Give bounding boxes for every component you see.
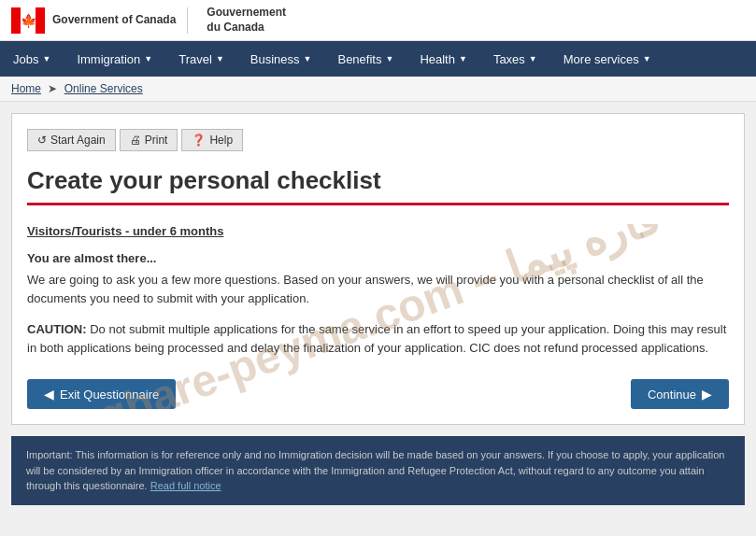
gov-name: Government of Canada: [52, 12, 176, 28]
more-services-chevron-icon: ▼: [643, 54, 651, 63]
nav-jobs[interactable]: Jobs ▼: [0, 41, 64, 77]
nav-immigration[interactable]: Immigration ▼: [64, 41, 165, 77]
breadcrumb-home[interactable]: Home: [11, 82, 41, 95]
almost-there-text: You are almost there...: [27, 251, 729, 265]
caution-label: CAUTION:: [27, 322, 87, 336]
gov-header: 🍁 Government of Canada Gouvernement du C…: [0, 0, 756, 41]
main-nav: Jobs ▼ Immigration ▼ Travel ▼ Business ▼…: [0, 41, 756, 77]
caution-text: CAUTION: Do not submit multiple applicat…: [27, 320, 729, 357]
taxes-chevron-icon: ▼: [529, 54, 537, 63]
nav-more-services[interactable]: More services ▼: [550, 41, 664, 77]
nav-business[interactable]: Business ▼: [237, 41, 325, 77]
button-row: ◀ Exit Questionnaire Continue ▶: [27, 379, 729, 409]
help-button[interactable]: ❓ Help: [181, 129, 243, 151]
page-title: Create your personal checklist: [27, 166, 729, 205]
footer-info: Important: This information is for refer…: [11, 436, 745, 505]
print-button[interactable]: 🖨 Print: [120, 129, 178, 151]
toolbar: ↺ Start Again 🖨 Print ❓ Help: [27, 129, 729, 151]
nav-health[interactable]: Health ▼: [407, 41, 480, 77]
footer-notice-text: Important: This information is for refer…: [26, 449, 724, 491]
start-again-button[interactable]: ↺ Start Again: [27, 129, 116, 151]
exit-questionnaire-button[interactable]: ◀ Exit Questionnaire: [27, 379, 176, 409]
breadcrumb-online-services[interactable]: Online Services: [64, 82, 143, 95]
jobs-chevron-icon: ▼: [42, 54, 50, 63]
help-icon: ❓: [192, 134, 206, 147]
canada-flag: 🍁: [11, 7, 45, 34]
nav-travel[interactable]: Travel ▼: [165, 41, 237, 77]
print-icon: 🖨: [130, 134, 141, 147]
maple-leaf-icon: 🍁: [21, 13, 36, 28]
read-full-notice-link[interactable]: Read full notice: [150, 480, 221, 491]
main-wrapper: ↺ Start Again 🖨 Print ❓ Help Create your…: [0, 102, 756, 516]
nav-benefits[interactable]: Benefits ▼: [324, 41, 407, 77]
description-text: We are going to ask you a few more quest…: [27, 271, 729, 307]
content-box: ↺ Start Again 🖨 Print ❓ Help Create your…: [11, 113, 745, 425]
travel-chevron-icon: ▼: [216, 54, 224, 63]
continue-icon: ▶: [702, 387, 712, 402]
caution-body: Do not submit multiple applications for …: [27, 322, 726, 355]
continue-button[interactable]: Continue ▶: [631, 379, 729, 409]
section-heading: Visitors/Tourists - under 6 months: [27, 224, 729, 238]
gov-name-fr: Gouvernement du Canada: [207, 6, 286, 35]
content-section: قاره پیما – ghare-peyma.com Visitors/Tou…: [27, 224, 729, 409]
exit-icon: ◀: [44, 387, 54, 402]
benefits-chevron-icon: ▼: [385, 54, 393, 63]
nav-taxes[interactable]: Taxes ▼: [480, 41, 550, 77]
gov-name-en: Government of Canada: [52, 12, 176, 28]
health-chevron-icon: ▼: [459, 54, 467, 63]
breadcrumb-separator: ➤: [48, 82, 57, 95]
refresh-icon: ↺: [37, 134, 47, 147]
business-chevron-icon: ▼: [304, 54, 312, 63]
immigration-chevron-icon: ▼: [144, 54, 152, 63]
breadcrumb: Home ➤ Online Services: [0, 77, 756, 102]
